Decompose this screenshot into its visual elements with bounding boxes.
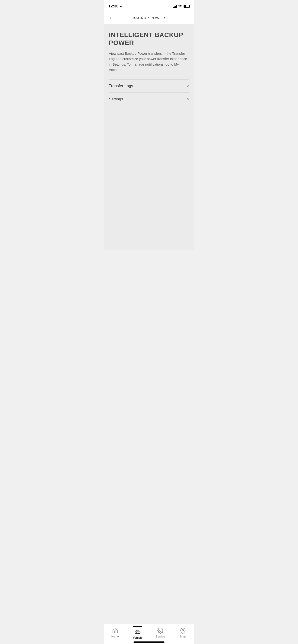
settings-label: Settings <box>109 97 123 102</box>
wifi-icon <box>178 5 182 8</box>
menu-item-settings[interactable]: Settings > <box>109 93 189 106</box>
page-title: BACKUP POWER <box>133 16 165 20</box>
menu-item-transfer-logs[interactable]: Transfer Logs > <box>109 79 189 93</box>
battery-icon <box>184 5 190 8</box>
menu-list: Transfer Logs > Settings > <box>109 79 189 106</box>
back-button[interactable]: ‹ <box>108 14 112 22</box>
main-content: INTELLIGENT BACKUP POWER View past Backu… <box>104 24 194 110</box>
time-display: 12:36 <box>108 4 118 8</box>
section-description: View past Backup Power transfers in the … <box>109 51 189 72</box>
chevron-right-icon-2: > <box>187 97 189 101</box>
status-time: 12:36 ► <box>108 4 122 8</box>
chevron-right-icon: > <box>187 84 189 88</box>
transfer-logs-label: Transfer Logs <box>109 84 133 88</box>
signal-bars-icon <box>173 5 177 8</box>
section-title: INTELLIGENT BACKUP POWER <box>109 31 189 46</box>
nav-header: ‹ BACKUP POWER <box>104 12 194 24</box>
status-icons <box>173 5 190 8</box>
location-icon: ► <box>119 5 122 8</box>
content-spacer <box>104 110 194 250</box>
status-bar: 12:36 ► <box>104 0 194 12</box>
